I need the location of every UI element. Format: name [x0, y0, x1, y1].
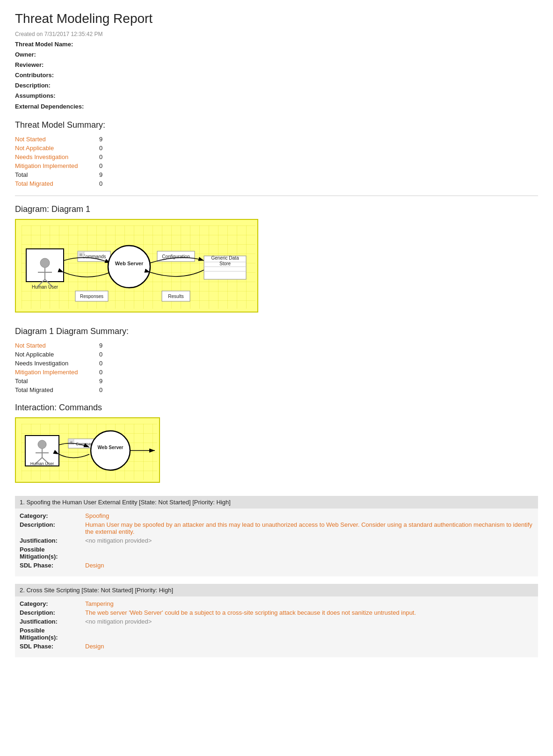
threat-model-summary-title: Threat Model Summary:	[15, 120, 538, 130]
svg-text:Responses: Responses	[80, 294, 103, 299]
summary-label: Needs Investigation	[15, 153, 99, 160]
possible-mitigations-label: PossibleMitigation(s):	[20, 627, 85, 641]
svg-point-3	[40, 258, 50, 268]
meta-threat-model-name: Threat Model Name:	[15, 39, 538, 50]
summary-label: Total Migrated	[15, 180, 99, 187]
divider-1	[15, 196, 538, 196]
summary-label: Total	[15, 171, 99, 178]
meta-external-dependencies: External Dependencies:	[15, 102, 538, 112]
summary-value: 9	[99, 342, 113, 349]
detail-row: SDL Phase:Design	[20, 562, 533, 569]
svg-point-15	[108, 246, 150, 288]
diagram1-summary-table: Not Started9Not Applicable0Needs Investi…	[15, 341, 538, 394]
diagram-svg-small: Human User ⊞ Commands Web Server	[22, 424, 157, 480]
summary-value: 0	[99, 180, 113, 187]
detail-label: Description:	[20, 521, 85, 528]
summary-row: Needs Investigation0	[15, 153, 538, 161]
svg-text:Web Server: Web Server	[98, 445, 124, 450]
threat-detail: Category:SpoofingDescription:Human User …	[15, 509, 538, 576]
summary-label: Mitigation Implemented	[15, 162, 99, 169]
summary-row: Needs Investigation0	[15, 359, 538, 368]
summary-row: Total Migrated0	[15, 179, 538, 188]
svg-text:Store: Store	[219, 261, 231, 266]
detail-row: Description:Human User may be spoofed by…	[20, 521, 533, 535]
summary-value: 9	[99, 378, 113, 385]
detail-label: Description:	[20, 609, 85, 616]
summary-row: Not Started9	[15, 341, 538, 350]
detail-row: Category:Spoofing	[20, 512, 533, 519]
threat-model-summary-table: Not Started9Not Applicable0Needs Investi…	[15, 135, 538, 188]
summary-label: Total Migrated	[15, 386, 99, 393]
detail-value: Spoofing	[85, 512, 533, 519]
diagram-small: Human User ⊞ Commands Web Server	[15, 417, 538, 488]
diagram1-summary-title: Diagram 1 Diagram Summary:	[15, 327, 538, 336]
svg-point-36	[38, 440, 46, 449]
summary-label: Needs Investigation	[15, 360, 99, 367]
diagram-large: Human User Commands ⊞ Responses Web Serv…	[15, 219, 538, 318]
detail-label: SDL Phase:	[20, 562, 85, 569]
detail-value: <no mitigation provided>	[85, 537, 533, 544]
summary-value: 0	[99, 145, 113, 152]
svg-text:Results: Results	[168, 294, 183, 299]
summary-label: Not Applicable	[15, 145, 99, 152]
summary-value: 0	[99, 360, 113, 367]
summary-value: 9	[99, 136, 113, 143]
summary-label: Mitigation Implemented	[15, 369, 99, 376]
meta-section: Threat Model Name: Owner: Reviewer: Cont…	[15, 39, 538, 112]
detail-row: Justification:<no mitigation provided>	[20, 537, 533, 544]
detail-label: Justification:	[20, 537, 85, 544]
summary-label: Total	[15, 378, 99, 385]
detail-label: Justification:	[20, 618, 85, 625]
summary-value: 0	[99, 386, 113, 393]
summary-row: Mitigation Implemented0	[15, 368, 538, 377]
detail-value: The web server 'Web Server' could be a s…	[85, 609, 533, 616]
meta-assumptions: Assumptions:	[15, 91, 538, 101]
threat-header: 2. Cross Site Scripting [State: Not Star…	[15, 584, 538, 596]
diagram-section-title: Diagram: Diagram 1	[15, 204, 538, 214]
detail-row: Justification:<no mitigation provided>	[20, 618, 533, 625]
summary-label: Not Applicable	[15, 351, 99, 358]
threat-detail: Category:TamperingDescription:The web se…	[15, 596, 538, 657]
meta-reviewer: Reviewer:	[15, 60, 538, 70]
summary-row: Mitigation Implemented0	[15, 161, 538, 170]
page-title: Threat Modeling Report	[15, 11, 538, 26]
detail-label: Category:	[20, 600, 85, 607]
detail-value: <no mitigation provided>	[85, 618, 533, 625]
meta-description: Description:	[15, 80, 538, 91]
created-on: Created on 7/31/2017 12:35:42 PM	[15, 31, 538, 37]
possible-mitigations-label: PossibleMitigation(s):	[20, 546, 85, 560]
summary-value: 9	[99, 171, 113, 178]
diagram-box-small: Human User ⊞ Commands Web Server	[15, 417, 160, 483]
diagram-box-large: Human User Commands ⊞ Responses Web Serv…	[15, 219, 258, 313]
interaction-title: Interaction: Commands	[15, 403, 538, 413]
svg-text:Web Server: Web Server	[115, 261, 144, 266]
svg-text:Human User: Human User	[32, 284, 58, 290]
svg-text:Configuration: Configuration	[162, 254, 189, 259]
summary-label: Not Started	[15, 342, 99, 349]
detail-value: Design	[85, 562, 533, 569]
meta-contributors: Contributors:	[15, 70, 538, 80]
possible-mitigations-row: PossibleMitigation(s):	[20, 546, 533, 560]
summary-label: Not Started	[15, 136, 99, 143]
detail-value: Design	[85, 643, 533, 650]
threat-header: 1. Spoofing the Human User External Enti…	[15, 496, 538, 509]
summary-value: 0	[99, 162, 113, 169]
possible-mitigations-row: PossibleMitigation(s):	[20, 627, 533, 641]
svg-text:Human User: Human User	[30, 461, 54, 466]
diagram-svg-large: Human User Commands ⊞ Responses Web Serv…	[22, 225, 255, 309]
summary-row: Total9	[15, 377, 538, 385]
summary-row: Not Started9	[15, 135, 538, 144]
summary-value: 0	[99, 369, 113, 376]
detail-value: Tampering	[85, 600, 533, 607]
svg-text:Generic Data: Generic Data	[211, 255, 239, 261]
meta-owner: Owner:	[15, 50, 538, 60]
threats-container: 1. Spoofing the Human User External Enti…	[15, 496, 538, 657]
detail-label: Category:	[20, 512, 85, 519]
detail-row: SDL Phase:Design	[20, 643, 533, 650]
summary-row: Total9	[15, 170, 538, 179]
summary-row: Total Migrated0	[15, 385, 538, 394]
detail-value: Human User may be spoofed by an attacker…	[85, 521, 533, 535]
detail-row: Category:Tampering	[20, 600, 533, 607]
svg-text:⊞: ⊞	[80, 253, 82, 256]
summary-value: 0	[99, 153, 113, 160]
